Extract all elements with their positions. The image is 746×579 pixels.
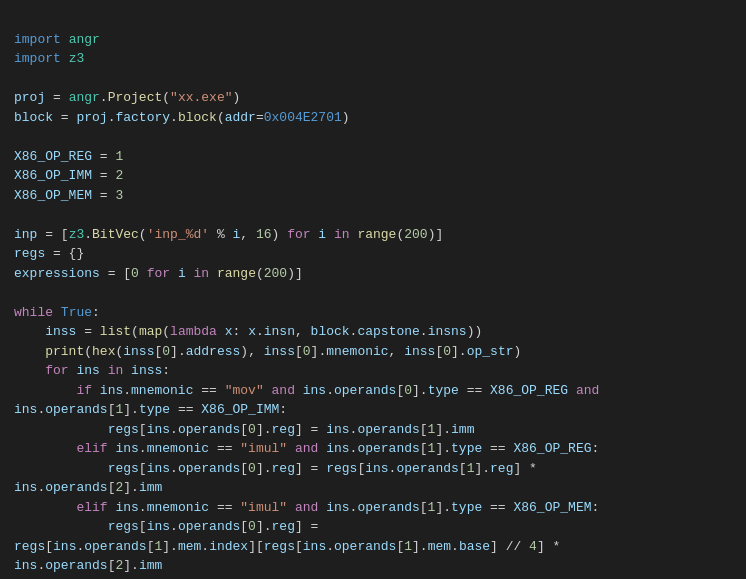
line-cont1: ins <box>14 402 37 417</box>
num-2: 2 <box>115 168 123 183</box>
num-1: 1 <box>115 149 123 164</box>
kw-and4: and <box>295 500 318 515</box>
kw-in: in <box>334 227 350 242</box>
str-imul2: "imul" <box>240 500 287 515</box>
fn-list: list <box>100 324 131 339</box>
fn-range: range <box>357 227 396 242</box>
var-x86-op-imm: X86_OP_IMM <box>14 168 92 183</box>
kw-and3: and <box>295 441 318 456</box>
fn-map: map <box>139 324 162 339</box>
kw-and1: and <box>272 383 295 398</box>
kw-and2: and <box>576 383 599 398</box>
var-proj: proj <box>14 90 45 105</box>
kw-if: if <box>76 383 92 398</box>
var-regs: regs <box>14 246 45 261</box>
var-inp: inp <box>14 227 37 242</box>
str-inp-format: 'inp_%d' <box>147 227 209 242</box>
line-cont4: ins <box>14 558 37 573</box>
num-3: 3 <box>115 188 123 203</box>
module-z3: z3 <box>69 51 85 66</box>
kw-lambda: lambda <box>170 324 217 339</box>
var-expressions: expressions <box>14 266 100 281</box>
kw-for: for <box>287 227 310 242</box>
line-cont3: regs <box>14 539 45 554</box>
hex-addr: 0x004E2701 <box>264 110 342 125</box>
kw-while: while <box>14 305 53 320</box>
kw-elif2: elif <box>76 500 107 515</box>
kw-for2: for <box>45 363 68 378</box>
keyword-import2: import <box>14 51 61 66</box>
kw-elif1: elif <box>76 441 107 456</box>
code-editor: import angr import z3 proj = angr.Projec… <box>14 10 732 579</box>
kw-true: True <box>61 305 92 320</box>
module-angr: angr <box>69 32 100 47</box>
fn-bitvec: BitVec <box>92 227 139 242</box>
str-xxexe: "xx.exe" <box>170 90 232 105</box>
str-mov: "mov" <box>225 383 264 398</box>
fn-block: block <box>178 110 217 125</box>
var-x86-op-mem: X86_OP_MEM <box>14 188 92 203</box>
keyword-import: import <box>14 32 61 47</box>
str-imul1: "imul" <box>240 441 287 456</box>
var-block: block <box>14 110 53 125</box>
fn-print: print <box>45 344 84 359</box>
var-x86-op-reg: X86_OP_REG <box>14 149 92 164</box>
line-cont2: ins <box>14 480 37 495</box>
fn-project: Project <box>108 90 163 105</box>
